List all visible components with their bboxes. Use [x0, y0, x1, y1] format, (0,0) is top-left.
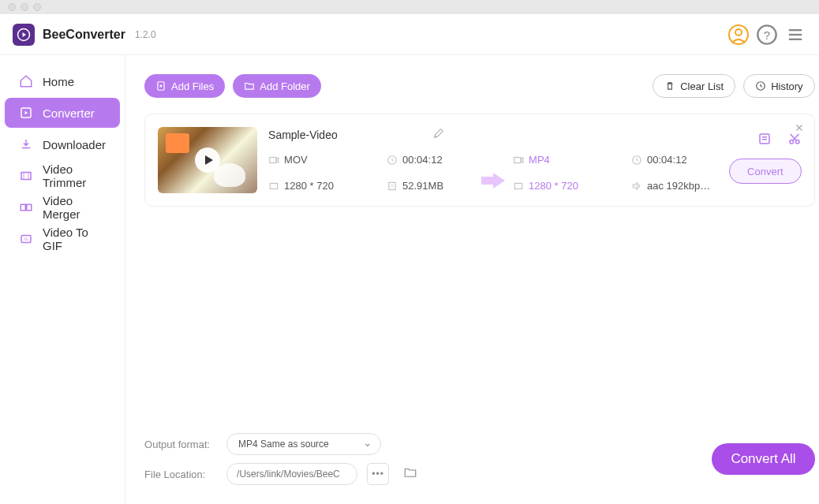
target-audio: aac 192kbp… [631, 180, 718, 192]
app-header: BeeConverter 1.2.0 ? [0, 14, 819, 55]
sidebar-item-gif[interactable]: G Video To GIF [5, 224, 120, 254]
more-options-button[interactable]: ••• [367, 463, 389, 485]
add-folder-button[interactable]: Add Folder [233, 74, 321, 98]
toolbar: Add Files Add Folder Clear List History [144, 74, 815, 98]
sidebar-item-label: Downloader [43, 138, 106, 151]
main-panel: Add Files Add Folder Clear List History [125, 55, 819, 504]
trash-icon [664, 80, 675, 91]
svg-marker-31 [481, 173, 505, 189]
video-icon [513, 155, 524, 166]
sidebar-item-home[interactable]: Home [5, 66, 120, 96]
user-account-icon[interactable] [727, 24, 750, 46]
history-button[interactable]: History [743, 74, 814, 98]
file-name: Sample-Video [268, 129, 338, 141]
file-location-label: File Location: [144, 469, 217, 480]
sidebar-item-label: Video Merger [43, 194, 106, 221]
window-titlebar [0, 0, 819, 14]
svg-rect-35 [514, 183, 522, 189]
close-window-icon[interactable] [8, 3, 16, 11]
open-folder-icon[interactable] [403, 465, 417, 483]
output-format-label: Output format: [144, 439, 217, 450]
convert-all-button[interactable]: Convert All [712, 443, 814, 475]
video-thumbnail[interactable] [158, 127, 257, 193]
add-files-button[interactable]: Add Files [144, 74, 225, 98]
merger-icon [19, 200, 33, 215]
app-name: BeeConverter [43, 28, 125, 42]
sidebar-item-label: Video To GIF [43, 226, 106, 252]
converter-icon [19, 106, 33, 120]
clear-list-button[interactable]: Clear List [653, 74, 735, 98]
audio-icon [631, 181, 642, 192]
svg-marker-10 [25, 111, 28, 115]
video-icon [268, 155, 279, 166]
sidebar-item-converter[interactable]: Converter [5, 98, 120, 128]
gif-icon: G [19, 232, 33, 246]
file-location-value: /Users/link/Movies/BeeC [226, 463, 357, 485]
target-format[interactable]: MP4 [513, 154, 600, 166]
bottom-bar: Output format: MP4 Same as source File L… [144, 433, 815, 485]
sidebar-item-merger[interactable]: Video Merger [5, 192, 120, 222]
svg-marker-33 [521, 158, 523, 162]
history-icon [755, 80, 766, 91]
source-duration: 00:04:12 [387, 154, 473, 166]
app-version: 1.2.0 [135, 29, 156, 40]
clock-icon [387, 155, 398, 166]
clock-icon [631, 155, 642, 166]
file-item-card: Sample-Video MOV 00:04:12 1280 * 720 52.… [144, 114, 815, 207]
maximize-window-icon[interactable] [33, 3, 41, 11]
resolution-icon [268, 181, 279, 192]
output-format-select[interactable]: MP4 Same as source [226, 433, 381, 455]
svg-text:?: ? [764, 28, 770, 41]
source-size: 52.91MB [387, 180, 473, 192]
source-format: MOV [268, 154, 355, 166]
svg-marker-25 [276, 158, 279, 162]
convert-button[interactable]: Convert [729, 159, 802, 184]
resolution-icon [513, 181, 524, 192]
target-resolution[interactable]: 1280 * 720 [513, 180, 600, 192]
svg-rect-28 [389, 182, 395, 189]
sidebar-item-label: Video Trimmer [43, 162, 106, 189]
remove-file-button[interactable] [794, 122, 805, 136]
svg-rect-27 [270, 183, 277, 189]
trimmer-icon [19, 169, 33, 183]
size-icon [387, 181, 398, 192]
sidebar-item-trimmer[interactable]: Video Trimmer [5, 161, 120, 191]
add-folder-icon [244, 80, 255, 91]
svg-text:G: G [24, 237, 28, 241]
minimize-window-icon[interactable] [21, 3, 28, 11]
svg-rect-32 [514, 157, 521, 162]
sidebar-item-downloader[interactable]: Downloader [5, 129, 120, 159]
svg-rect-11 [21, 173, 31, 180]
svg-point-3 [735, 29, 742, 35]
add-files-icon [155, 80, 166, 91]
arrow-right-icon [473, 170, 513, 192]
target-duration: 00:04:12 [631, 154, 718, 166]
svg-rect-24 [270, 157, 276, 162]
sidebar: Home Converter Downloader Video Trimmer … [0, 55, 125, 504]
sidebar-item-label: Home [43, 75, 74, 88]
source-resolution: 1280 * 720 [268, 180, 355, 192]
rename-icon[interactable] [432, 127, 445, 143]
menu-icon[interactable] [784, 24, 806, 46]
play-icon [195, 147, 220, 173]
home-icon [19, 74, 33, 88]
app-logo-icon [13, 24, 35, 46]
edit-settings-icon[interactable] [757, 132, 772, 149]
svg-marker-1 [23, 32, 27, 37]
svg-rect-14 [21, 204, 25, 211]
sidebar-item-label: Converter [43, 106, 95, 120]
svg-rect-15 [27, 204, 32, 211]
help-icon[interactable]: ? [756, 24, 778, 46]
download-icon [19, 137, 33, 151]
